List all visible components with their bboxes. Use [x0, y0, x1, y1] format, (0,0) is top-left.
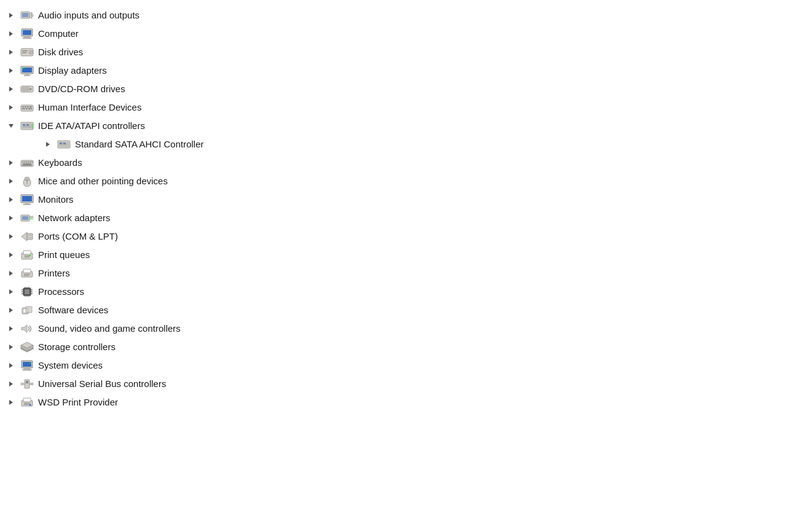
expand-arrow-standard-sata[interactable]: [43, 139, 53, 149]
label-processors: Processors: [38, 285, 84, 299]
tree-item-software-devices[interactable]: Software devices: [6, 301, 781, 319]
usb-icon: [18, 377, 36, 391]
expand-arrow-computer[interactable]: [6, 29, 16, 39]
svg-rect-58: [22, 165, 32, 166]
wsd-icon: [18, 395, 36, 410]
svg-rect-71: [22, 216, 28, 220]
svg-rect-88: [25, 257, 29, 257]
svg-rect-68: [23, 204, 31, 205]
expand-arrow-usb-controllers[interactable]: [6, 379, 16, 389]
svg-rect-51: [22, 162, 23, 163]
tree-item-mice[interactable]: Mice and other pointing devices: [6, 172, 781, 190]
expand-arrow-display-adapters[interactable]: [6, 66, 16, 76]
svg-rect-129: [23, 383, 25, 385]
svg-marker-44: [46, 142, 50, 147]
expand-arrow-dvd-cdrom[interactable]: [6, 84, 16, 94]
expand-arrow-sound-video[interactable]: [6, 324, 16, 334]
expand-arrow-ports-com-lpt[interactable]: [6, 232, 16, 241]
expand-arrow-ide-atapi[interactable]: [6, 121, 16, 131]
svg-rect-125: [29, 362, 31, 364]
svg-point-80: [28, 235, 29, 236]
svg-marker-84: [9, 252, 13, 257]
expand-arrow-keyboards[interactable]: [6, 158, 16, 168]
expand-arrow-human-interface[interactable]: [6, 103, 16, 112]
device-manager-tree: Audio inputs and outputs Computer Disk d…: [0, 6, 787, 412]
svg-rect-137: [24, 404, 29, 405]
svg-point-138: [29, 404, 31, 406]
svg-marker-37: [9, 124, 14, 128]
tree-item-standard-sata[interactable]: Standard SATA AHCI Controller: [6, 135, 781, 154]
tree-item-ide-atapi[interactable]: IDE ATA/ATAPI controllers: [6, 117, 781, 135]
tree-item-monitors[interactable]: Monitors: [6, 190, 781, 209]
tree-item-disk-drives[interactable]: Disk drives: [6, 43, 781, 61]
tree-item-print-queues[interactable]: Print queues: [6, 246, 781, 264]
label-mice: Mice and other pointing devices: [38, 174, 168, 189]
tree-item-ports-com-lpt[interactable]: Ports (COM & LPT): [6, 227, 781, 246]
tree-item-processors[interactable]: Processors: [6, 283, 781, 301]
svg-point-26: [30, 88, 32, 90]
tree-item-wsd-print[interactable]: WSD Print Provider: [6, 393, 781, 412]
svg-rect-7: [23, 30, 31, 35]
svg-rect-52: [24, 162, 25, 163]
tree-item-network-adapters[interactable]: Network adapters: [6, 209, 781, 227]
label-network-adapters: Network adapters: [38, 211, 111, 225]
sata-icon: [55, 137, 72, 152]
tree-item-dvd-cdrom[interactable]: DVD/CD-ROM drives: [6, 80, 781, 98]
tree-item-printers[interactable]: Printers: [6, 264, 781, 283]
svg-rect-123: [25, 368, 29, 369]
ide-icon: [18, 119, 36, 133]
svg-point-14: [30, 52, 31, 53]
label-human-interface: Human Interface Devices: [38, 101, 141, 115]
processor-icon: [18, 284, 36, 299]
svg-marker-64: [9, 197, 13, 202]
tree-item-storage-controllers[interactable]: Storage controllers: [6, 338, 781, 356]
expand-arrow-processors[interactable]: [6, 287, 16, 297]
expand-arrow-mice[interactable]: [6, 176, 16, 186]
tree-item-human-interface[interactable]: Human Interface Devices: [6, 98, 781, 117]
svg-marker-120: [9, 363, 13, 368]
tree-item-computer[interactable]: Computer: [6, 25, 781, 43]
expand-arrow-print-queues[interactable]: [6, 250, 16, 260]
svg-rect-130: [29, 383, 31, 385]
label-disk-drives: Disk drives: [38, 45, 83, 60]
tree-item-audio-inputs[interactable]: Audio inputs and outputs: [6, 6, 781, 25]
expand-arrow-system-devices[interactable]: [6, 361, 16, 370]
tree-item-sound-video[interactable]: Sound, video and game controllers: [6, 319, 781, 338]
svg-rect-36: [28, 108, 32, 109]
label-system-devices: System devices: [38, 359, 103, 373]
tree-item-display-adapters[interactable]: Display adapters: [6, 61, 781, 80]
expand-arrow-storage-controllers[interactable]: [6, 342, 16, 352]
label-display-adapters: Display adapters: [38, 64, 107, 78]
svg-marker-114: [9, 326, 13, 331]
svg-rect-73: [29, 219, 33, 219]
svg-point-82: [28, 237, 29, 238]
svg-rect-53: [26, 162, 27, 163]
expand-arrow-printers[interactable]: [6, 268, 16, 278]
monitor-icon: [18, 192, 36, 207]
svg-rect-79: [27, 233, 33, 240]
label-keyboards: Keyboards: [38, 156, 82, 170]
expand-arrow-disk-drives[interactable]: [6, 47, 16, 57]
svg-rect-87: [25, 256, 29, 256]
svg-rect-48: [63, 143, 66, 144]
expand-arrow-monitors[interactable]: [6, 195, 16, 205]
svg-rect-132: [31, 383, 33, 385]
tree-item-usb-controllers[interactable]: Universal Serial Bus controllers: [6, 375, 781, 393]
expand-arrow-network-adapters[interactable]: [6, 213, 16, 223]
svg-rect-131: [21, 383, 23, 385]
svg-marker-110: [9, 308, 13, 313]
tree-item-keyboards[interactable]: Keyboards: [6, 154, 781, 172]
svg-rect-76: [31, 217, 32, 217]
svg-rect-31: [25, 106, 26, 108]
expand-arrow-software-devices[interactable]: [6, 305, 16, 315]
hid-icon: [18, 100, 36, 115]
tree-item-system-devices[interactable]: System devices: [6, 356, 781, 375]
svg-marker-28: [9, 105, 13, 110]
svg-rect-128: [26, 381, 28, 383]
label-monitors: Monitors: [38, 193, 74, 207]
software-icon: [18, 303, 36, 318]
label-software-devices: Software devices: [38, 303, 108, 318]
svg-rect-40: [23, 124, 25, 126]
expand-arrow-audio-inputs[interactable]: [6, 10, 16, 20]
expand-arrow-wsd-print[interactable]: [6, 397, 16, 407]
